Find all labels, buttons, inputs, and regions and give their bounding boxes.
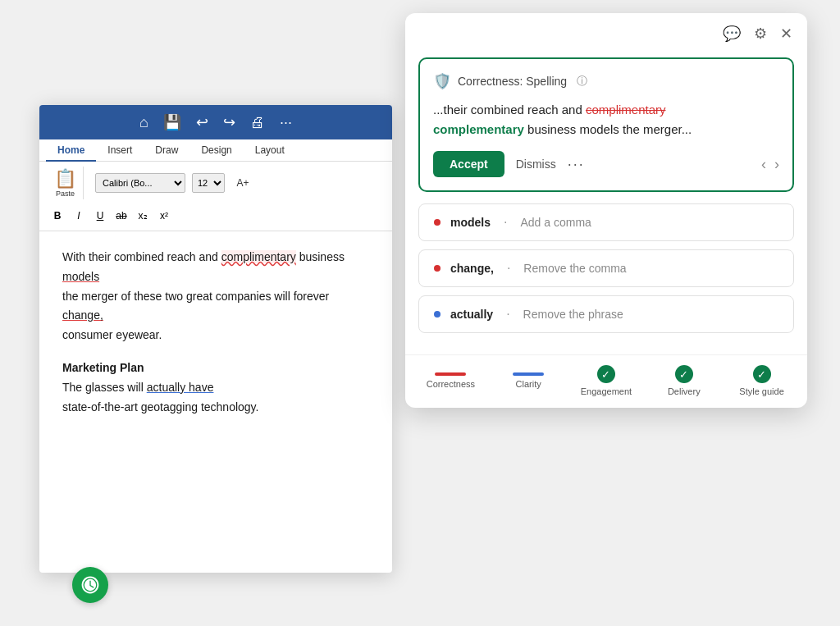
- para2-after: state-of-the-art geotagging technology.: [62, 400, 258, 414]
- footer-tab-engagement[interactable]: ✓ Engagement: [578, 365, 635, 396]
- info-icon[interactable]: ⓘ: [577, 74, 587, 89]
- suggestion-word-actually: actually: [450, 308, 493, 321]
- chat-icon[interactable]: 💬: [723, 25, 741, 43]
- card-text-after: business models the merger...: [527, 122, 692, 136]
- underlined-word: models: [62, 270, 99, 283]
- superscript-button[interactable]: x²: [154, 206, 174, 226]
- suggestion-word-models: models: [450, 216, 491, 229]
- card-actions: Accept Dismiss ··· ‹ ›: [433, 151, 779, 177]
- correctness-label: Correctness: [427, 379, 475, 389]
- word-titlebar: ⌂ 💾 ↩ ↪ 🖨 ···: [39, 105, 392, 139]
- subscript-button[interactable]: x₂: [133, 206, 153, 226]
- word-toolbar: 📋 Paste Calibri (Bo... 12 A+ B I U ab x₂…: [39, 162, 392, 231]
- suggestion-desc-actually: Remove the phrase: [523, 308, 623, 321]
- prev-arrow[interactable]: ‹: [761, 156, 766, 173]
- suggestion-word-change: change,: [450, 262, 494, 275]
- card-title: Correctness: Spelling: [458, 75, 567, 88]
- styleguide-label: Style guide: [739, 386, 783, 396]
- engagement-label: Engagement: [581, 386, 632, 396]
- paragraph-1: With their combined reach and compliment…: [62, 248, 369, 345]
- nav-arrows: ‹ ›: [761, 156, 779, 173]
- styleguide-check: ✓: [753, 365, 771, 383]
- save-icon[interactable]: 💾: [163, 113, 181, 131]
- card-text-before: ...their combined reach and: [433, 103, 582, 117]
- divider-models: ·: [504, 215, 507, 230]
- suggestion-item-change[interactable]: change, · Remove the comma: [418, 249, 794, 287]
- para1-end: consumer eyewear.: [62, 328, 162, 341]
- font-select[interactable]: Calibri (Bo...: [95, 173, 185, 193]
- undo-icon[interactable]: ↩: [196, 113, 208, 131]
- more-options-button[interactable]: ···: [568, 156, 585, 173]
- word-content: With their combined reach and compliment…: [39, 231, 392, 446]
- panel-body: 🛡️ Correctness: Spelling ⓘ ...their comb…: [405, 49, 807, 354]
- accept-button[interactable]: Accept: [433, 151, 504, 177]
- tab-layout[interactable]: Layout: [244, 139, 296, 161]
- card-text: ...their combined reach and complimentar…: [433, 100, 779, 139]
- more-icon[interactable]: ···: [280, 114, 292, 131]
- dot-red-change: [434, 265, 441, 272]
- delivery-check: ✓: [675, 365, 693, 383]
- underline-button[interactable]: U: [90, 206, 110, 226]
- tab-home[interactable]: Home: [46, 139, 96, 161]
- word-tabs: Home Insert Draw Design Layout: [39, 139, 392, 162]
- tab-draw[interactable]: Draw: [144, 139, 189, 161]
- engagement-check: ✓: [597, 365, 615, 383]
- correction-word: complementary: [433, 122, 524, 136]
- grammarly-panel: 💬 ⚙ ✕ 🛡️ Correctness: Spelling ⓘ ...thei…: [405, 13, 807, 408]
- misspelled-word: complimentary: [221, 250, 296, 263]
- para1-rest: the merger of these two great companies …: [62, 290, 329, 303]
- footer-tab-styleguide[interactable]: ✓ Style guide: [733, 365, 791, 396]
- redo-icon[interactable]: ↪: [223, 113, 235, 131]
- footer-tab-clarity[interactable]: Clarity: [500, 372, 557, 389]
- paste-icon[interactable]: 📋: [54, 168, 76, 190]
- dot-red-models: [434, 219, 441, 226]
- para2-before: The glasses will: [62, 381, 144, 394]
- paragraph-2: Marketing Plan The glasses will actually…: [62, 359, 369, 417]
- print-icon[interactable]: 🖨: [250, 114, 265, 131]
- tab-insert[interactable]: Insert: [96, 139, 144, 161]
- panel-header: 💬 ⚙ ✕: [405, 13, 807, 49]
- para1-before: With their combined reach and: [62, 250, 218, 263]
- grammarly-logo[interactable]: [72, 567, 108, 603]
- card-header: 🛡️ Correctness: Spelling ⓘ: [433, 72, 779, 90]
- footer-tab-correctness[interactable]: Correctness: [422, 372, 479, 389]
- divider-change: ·: [507, 261, 510, 276]
- clarity-indicator: [513, 372, 544, 376]
- home-icon[interactable]: ⌂: [139, 114, 148, 131]
- panel-footer: Correctness Clarity ✓ Engagement ✓ Deliv…: [405, 354, 807, 408]
- shield-icon: 🛡️: [433, 72, 451, 90]
- footer-tab-delivery[interactable]: ✓ Delivery: [655, 365, 713, 396]
- tab-design[interactable]: Design: [189, 139, 243, 161]
- para1-after: business: [299, 250, 345, 263]
- divider-actually: ·: [506, 307, 509, 322]
- suggestion-item-models[interactable]: models · Add a comma: [418, 203, 794, 241]
- delivery-label: Delivery: [668, 386, 701, 396]
- strikethrough-word: complimentary: [586, 103, 666, 117]
- dismiss-button[interactable]: Dismiss: [516, 158, 556, 171]
- next-arrow[interactable]: ›: [774, 156, 779, 173]
- spelling-card: 🛡️ Correctness: Spelling ⓘ ...their comb…: [418, 57, 794, 192]
- change-word: change,: [62, 308, 103, 322]
- settings-icon[interactable]: ⚙: [754, 25, 767, 43]
- font-size-increase[interactable]: A+: [231, 171, 254, 194]
- actually-have: actually have: [147, 381, 214, 394]
- format-group: B I U ab x₂ x²: [48, 206, 174, 226]
- suggestion-desc-models: Add a comma: [520, 216, 591, 229]
- bold-button[interactable]: B: [48, 206, 67, 226]
- suggestion-desc-change: Remove the comma: [523, 262, 626, 275]
- correctness-indicator: [435, 372, 466, 376]
- strikethrough-button[interactable]: ab: [112, 206, 131, 226]
- size-select[interactable]: 12: [192, 173, 225, 193]
- word-window: ⌂ 💾 ↩ ↪ 🖨 ··· Home Insert Draw Design La…: [39, 105, 392, 573]
- dot-blue-actually: [434, 311, 441, 318]
- suggestion-item-actually[interactable]: actually · Remove the phrase: [418, 295, 794, 333]
- section-header: Marketing Plan: [62, 361, 144, 374]
- clarity-label: Clarity: [516, 379, 541, 389]
- italic-button[interactable]: I: [69, 206, 89, 226]
- paste-label: Paste: [56, 190, 75, 198]
- word-ribbon: Home Insert Draw Design Layout 📋 Paste C…: [39, 139, 392, 231]
- close-button[interactable]: ✕: [780, 25, 792, 43]
- paste-group: 📋 Paste: [48, 167, 84, 199]
